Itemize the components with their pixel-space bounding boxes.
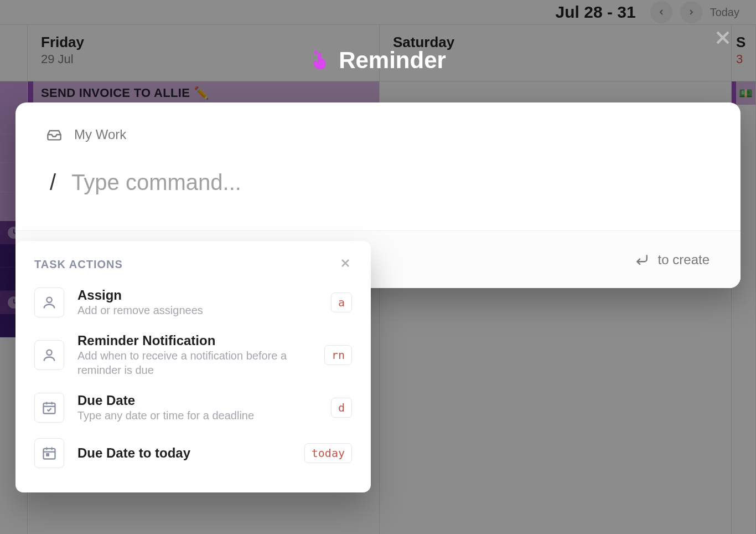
svg-point-8	[46, 350, 51, 355]
action-reminder-notification[interactable]: Reminder Notification Add when to receiv…	[15, 325, 371, 385]
calendar-check-icon	[42, 400, 57, 415]
action-desc: Add when to receive a notification befor…	[77, 348, 311, 377]
svg-rect-9	[44, 403, 55, 414]
create-hint: to create	[658, 252, 710, 268]
action-due-date-today[interactable]: Due Date to today today	[15, 430, 371, 476]
action-assign[interactable]: Assign Add or remove assignees a	[15, 280, 371, 325]
location-label: My Work	[74, 127, 126, 142]
action-desc: Add or remove assignees	[77, 303, 318, 317]
inbox-icon	[46, 127, 62, 142]
action-title: Reminder Notification	[77, 333, 311, 348]
close-button[interactable]	[712, 27, 734, 51]
shortcut-badge: d	[331, 398, 352, 418]
svg-point-2	[314, 51, 318, 54]
shortcut-badge: a	[331, 292, 352, 312]
close-icon	[712, 27, 734, 49]
reminder-hand-icon	[310, 50, 331, 71]
action-due-date[interactable]: Due Date Type any date or time for a dea…	[15, 385, 371, 430]
enter-key-icon	[635, 253, 649, 267]
action-title: Due Date to today	[77, 445, 291, 461]
action-desc: Type any date or time for a deadline	[77, 408, 318, 423]
close-icon	[339, 256, 352, 270]
person-icon	[42, 295, 57, 310]
action-title: Assign	[77, 287, 318, 303]
modal-title-row: Reminder	[0, 47, 756, 74]
action-title: Due Date	[77, 393, 318, 408]
task-actions-dropdown: TASK ACTIONS Assign Add or remove assign…	[15, 241, 371, 492]
calendar-date-icon	[42, 445, 57, 461]
svg-rect-17	[46, 454, 49, 456]
command-input[interactable]	[71, 170, 710, 195]
shortcut-badge: rn	[324, 345, 352, 365]
modal-title: Reminder	[339, 47, 446, 74]
person-icon	[42, 347, 57, 363]
dropdown-heading: TASK ACTIONS	[34, 258, 123, 271]
shortcut-badge: today	[304, 443, 352, 463]
dropdown-close-button[interactable]	[339, 256, 352, 272]
location-breadcrumb[interactable]: My Work	[46, 127, 710, 142]
svg-point-7	[46, 297, 51, 302]
slash-prefix: /	[50, 170, 56, 195]
